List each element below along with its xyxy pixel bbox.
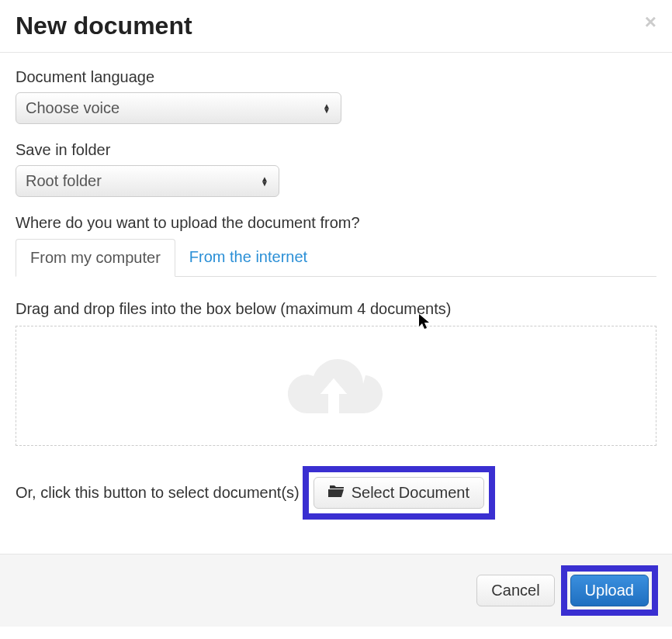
dropzone[interactable]	[16, 326, 656, 446]
folder-select[interactable]: Root folder	[16, 165, 279, 197]
select-document-button[interactable]: Select Document	[313, 477, 484, 509]
modal-footer: Cancel Upload	[0, 554, 672, 627]
cancel-button[interactable]: Cancel	[476, 575, 554, 606]
upload-source-label: Where do you want to upload the document…	[16, 214, 656, 232]
upload-source-tabs: From my computer From the internet	[16, 238, 656, 277]
folder-label: Save in folder	[16, 141, 656, 159]
cloud-upload-icon	[286, 351, 386, 421]
tab-from-internet[interactable]: From the internet	[175, 239, 321, 277]
dropzone-label: Drag and drop files into the box below (…	[16, 300, 656, 318]
select-document-highlight: Select Document	[303, 466, 495, 520]
language-label: Document language	[16, 68, 656, 86]
folder-open-icon	[328, 484, 345, 502]
language-select[interactable]: Choose voice	[16, 92, 341, 124]
folder-select-wrap: Root folder ▲▼	[16, 165, 279, 197]
close-icon[interactable]: ×	[645, 12, 656, 32]
upload-source-group: Where do you want to upload the document…	[16, 214, 656, 277]
select-document-prompt: Or, click this button to select document…	[16, 484, 300, 502]
select-document-button-label: Select Document	[352, 484, 469, 502]
modal-header: New document ×	[0, 0, 672, 53]
tab-from-computer[interactable]: From my computer	[16, 239, 175, 277]
language-group: Document language Choose voice ▲▼	[16, 68, 656, 124]
language-select-wrap: Choose voice ▲▼	[16, 92, 341, 124]
folder-group: Save in folder Root folder ▲▼	[16, 141, 656, 197]
new-document-modal: New document × Document language Choose …	[0, 0, 672, 627]
modal-title: New document	[16, 12, 192, 40]
modal-body: Document language Choose voice ▲▼ Save i…	[0, 53, 672, 535]
upload-button-highlight: Upload	[561, 565, 658, 616]
select-document-row: Or, click this button to select document…	[16, 466, 656, 520]
upload-button[interactable]: Upload	[570, 575, 649, 606]
